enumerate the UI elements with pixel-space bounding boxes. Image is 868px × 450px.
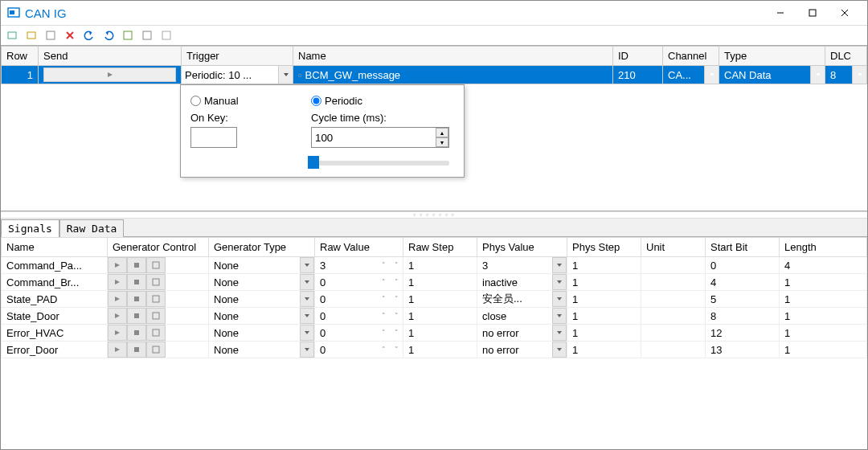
gentype-select[interactable]: None bbox=[209, 257, 314, 273]
physstep-input[interactable]: 1 bbox=[567, 342, 641, 358]
toolbar-btn-1[interactable] bbox=[4, 27, 20, 43]
undo-button[interactable] bbox=[81, 27, 97, 43]
trigger-cell[interactable]: Periodic: 10 ... bbox=[182, 66, 293, 84]
periodic-radio[interactable]: Periodic bbox=[311, 95, 449, 107]
gen-stop-button[interactable] bbox=[127, 291, 146, 307]
gen-stop-button[interactable] bbox=[127, 257, 146, 273]
physvalue-select[interactable]: inactive bbox=[477, 274, 567, 290]
rawvalue-input[interactable]: 0˄˅ bbox=[315, 308, 403, 324]
physstep-input[interactable]: 1 bbox=[567, 274, 641, 291]
channel-dropdown[interactable] bbox=[704, 66, 719, 84]
gen-edit-button[interactable] bbox=[146, 308, 166, 324]
gen-edit-button[interactable] bbox=[146, 274, 166, 290]
delete-button[interactable] bbox=[62, 27, 78, 43]
signal-row[interactable]: Command_Br...None0˄˅1inactive141 bbox=[2, 274, 867, 291]
col-name[interactable]: Name bbox=[293, 47, 613, 66]
physvalue-select[interactable]: 3 bbox=[477, 257, 567, 273]
cell-type[interactable]: CAN Data bbox=[719, 66, 825, 84]
gen-stop-button[interactable] bbox=[127, 325, 146, 341]
type-dropdown[interactable] bbox=[810, 66, 825, 84]
rawstep-input[interactable]: 1 bbox=[403, 257, 477, 274]
gen-stop-button[interactable] bbox=[127, 308, 146, 324]
manual-radio[interactable]: Manual bbox=[190, 95, 306, 107]
toolbar-btn-9[interactable] bbox=[158, 27, 174, 43]
tab-signals[interactable]: Signals bbox=[1, 219, 59, 237]
gentype-select[interactable]: None bbox=[209, 325, 314, 341]
raw-up[interactable]: ˄ bbox=[377, 291, 390, 307]
toolbar-btn-7[interactable] bbox=[120, 27, 136, 43]
raw-up[interactable]: ˄ bbox=[377, 257, 390, 273]
gen-edit-button[interactable] bbox=[146, 325, 166, 341]
physvalue-select[interactable]: close bbox=[477, 308, 567, 324]
scol-genctrl[interactable]: Generator Control bbox=[108, 238, 209, 257]
message-row[interactable]: 1 Periodic: 10 ... ▫BCM_GW_message 210 C… bbox=[2, 66, 867, 84]
scol-unit[interactable]: Unit bbox=[641, 238, 706, 257]
scol-gentype[interactable]: Generator Type bbox=[209, 238, 315, 257]
toolbar-btn-2[interactable] bbox=[23, 27, 39, 43]
scol-name[interactable]: Name bbox=[2, 238, 108, 257]
rawstep-input[interactable]: 1 bbox=[403, 274, 477, 291]
toolbar-btn-3[interactable] bbox=[43, 27, 59, 43]
dlc-dropdown[interactable] bbox=[852, 66, 866, 84]
gen-play-button[interactable] bbox=[108, 308, 127, 324]
raw-down[interactable]: ˅ bbox=[390, 308, 403, 324]
signal-row[interactable]: Command_Pa...None3˄˅13104 bbox=[2, 257, 867, 274]
cycletime-slider[interactable] bbox=[311, 161, 449, 166]
close-button[interactable] bbox=[829, 2, 861, 24]
slider-thumb[interactable] bbox=[308, 156, 319, 169]
gentype-select[interactable]: None bbox=[209, 291, 314, 307]
scol-physval[interactable]: Phys Value bbox=[477, 238, 567, 257]
cell-channel[interactable]: CA... bbox=[663, 66, 719, 84]
rawstep-input[interactable]: 1 bbox=[403, 325, 477, 342]
signal-row[interactable]: Error_HVACNone0˄˅1no error1121 bbox=[2, 325, 867, 342]
col-trigger[interactable]: Trigger bbox=[182, 47, 293, 66]
physstep-input[interactable]: 1 bbox=[567, 257, 641, 274]
raw-down[interactable]: ˅ bbox=[390, 325, 403, 341]
gen-play-button[interactable] bbox=[108, 274, 127, 290]
gen-play-button[interactable] bbox=[108, 257, 127, 273]
send-button[interactable] bbox=[43, 68, 176, 82]
scol-rawstep[interactable]: Raw Step bbox=[403, 238, 477, 257]
rawvalue-input[interactable]: 0˄˅ bbox=[315, 342, 403, 358]
gen-edit-button[interactable] bbox=[146, 291, 166, 307]
signal-row[interactable]: State_PADNone0˄˅1安全员...151 bbox=[2, 291, 867, 308]
cell-dlc[interactable]: 8 bbox=[825, 66, 866, 84]
scol-rawval[interactable]: Raw Value bbox=[315, 238, 403, 257]
raw-up[interactable]: ˄ bbox=[377, 342, 390, 358]
raw-down[interactable]: ˅ bbox=[390, 342, 403, 358]
gen-stop-button[interactable] bbox=[127, 274, 146, 290]
physstep-input[interactable]: 1 bbox=[567, 325, 641, 342]
cycletime-input[interactable] bbox=[311, 127, 449, 148]
signal-row[interactable]: State_DoorNone0˄˅1close181 bbox=[2, 308, 867, 325]
cell-id[interactable]: 210 bbox=[613, 66, 662, 84]
col-id[interactable]: ID bbox=[613, 47, 663, 66]
col-channel[interactable]: Channel bbox=[663, 47, 719, 66]
raw-up[interactable]: ˄ bbox=[377, 308, 390, 324]
rawstep-input[interactable]: 1 bbox=[403, 342, 477, 358]
raw-down[interactable]: ˅ bbox=[390, 257, 403, 273]
gen-play-button[interactable] bbox=[108, 325, 127, 341]
toolbar-btn-8[interactable] bbox=[139, 27, 155, 43]
raw-down[interactable]: ˅ bbox=[390, 291, 403, 307]
minimize-button[interactable] bbox=[764, 2, 796, 24]
scol-physstep[interactable]: Phys Step bbox=[567, 238, 641, 257]
physvalue-select[interactable]: no error bbox=[477, 342, 567, 358]
col-send[interactable]: Send bbox=[39, 47, 182, 66]
redo-button[interactable] bbox=[100, 27, 117, 43]
rawstep-input[interactable]: 1 bbox=[403, 291, 477, 308]
col-type[interactable]: Type bbox=[719, 47, 825, 66]
rawvalue-input[interactable]: 0˄˅ bbox=[315, 274, 403, 290]
scol-startbit[interactable]: Start Bit bbox=[706, 238, 780, 257]
col-dlc[interactable]: DLC bbox=[825, 47, 867, 66]
physstep-input[interactable]: 1 bbox=[567, 308, 641, 325]
trigger-dropdown[interactable] bbox=[278, 66, 293, 84]
rawvalue-input[interactable]: 0˄˅ bbox=[315, 291, 403, 307]
rawvalue-input[interactable]: 0˄˅ bbox=[315, 325, 403, 341]
gen-stop-button[interactable] bbox=[127, 342, 146, 358]
gentype-select[interactable]: None bbox=[209, 274, 314, 290]
raw-up[interactable]: ˄ bbox=[377, 274, 390, 290]
physvalue-select[interactable]: no error bbox=[477, 325, 567, 341]
onkey-input[interactable] bbox=[190, 127, 237, 148]
rawvalue-input[interactable]: 3˄˅ bbox=[315, 257, 403, 273]
cell-name[interactable]: ▫BCM_GW_message bbox=[293, 66, 612, 84]
